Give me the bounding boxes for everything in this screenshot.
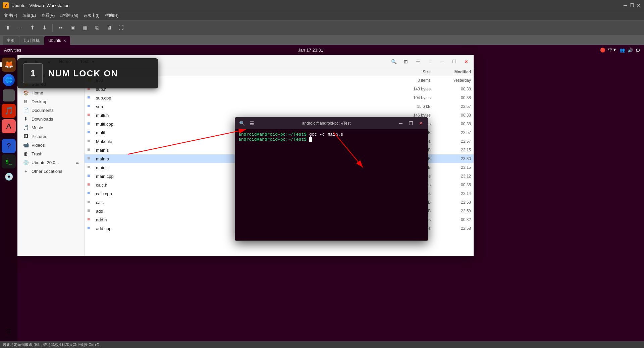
indicator-users[interactable]: 👥 — [620, 48, 625, 53]
pictures-icon: 🖼 — [23, 134, 29, 139]
fm-grid-view-button[interactable]: ⊞ — [401, 57, 411, 66]
indicator-power[interactable]: ⏻ — [636, 48, 640, 53]
indicator-input[interactable]: 中▼ — [608, 47, 617, 53]
menu-file[interactable]: 文件(F) — [1, 12, 20, 19]
file-modified: 22:14 — [431, 191, 471, 196]
vm-statusbar: 若要将定向到该虚拟机，请将鼠标指针移入其中或按 Ctrl+G。 — [0, 341, 644, 348]
dock-firefox-icon: 🌐 — [3, 74, 15, 86]
dock-item-music[interactable]: 🎵 — [2, 104, 16, 118]
fm-min-button[interactable]: ─ — [437, 57, 447, 66]
sidebar-item-downloads[interactable]: ⬇ Downloads — [19, 115, 83, 123]
toolbar-view-4[interactable]: ⧉ — [92, 22, 102, 33]
dock-item-software[interactable]: A — [2, 119, 16, 133]
file-modified: 23:30 — [431, 156, 471, 161]
sidebar-label-ubuntu: Ubuntu 20.0... — [32, 160, 73, 165]
fm-list-view-button[interactable]: ☰ — [413, 57, 423, 66]
fm-max-button[interactable]: ❐ — [449, 57, 459, 66]
dock-placeholder-icon — [3, 89, 15, 101]
gnome-topbar-left: Activities — [4, 48, 21, 53]
file-modified: 22:58 — [431, 209, 471, 213]
fm-search-button[interactable]: 🔍 — [389, 57, 398, 66]
menu-bar: 文件(F) 编辑(E) 查看(V) 虚拟机(M) 选项卡(I) 帮助(H) — [0, 11, 644, 20]
file-name: sub — [96, 104, 397, 109]
term-body[interactable]: android@android-pc:~/Test$ gcc -c main.s… — [235, 129, 428, 240]
file-icon: ■ — [87, 216, 94, 223]
sidebar-item-pictures[interactable]: 🖼 Pictures — [19, 132, 83, 141]
dock-item-firefox[interactable]: 🌐 — [2, 73, 16, 87]
file-icon: ■ — [87, 121, 94, 127]
tab-ubuntu[interactable]: Ubuntu ✕ — [44, 36, 70, 45]
term-line-2: android@android-pc:~/Test$ — [238, 137, 424, 142]
sidebar-item-music[interactable]: 🎵 Music — [19, 123, 83, 132]
window-controls: ─ ❐ ✕ — [623, 3, 641, 8]
dock-item-grid[interactable]: ⠿ — [2, 325, 16, 339]
sidebar-item-other[interactable]: + Other Locations — [19, 167, 83, 176]
term-maximize-button[interactable]: ❐ — [407, 119, 415, 127]
toolbar-btn-4[interactable]: ⬇ — [39, 22, 50, 33]
sidebar-item-videos[interactable]: 📹 Videos — [19, 141, 83, 149]
dock-item-terminal[interactable]: $_ — [2, 154, 16, 168]
toolbar-view-3[interactable]: ▦ — [79, 22, 90, 33]
close-button[interactable]: ✕ — [636, 3, 641, 8]
sidebar-label-music: Music — [32, 125, 79, 130]
terminal-window: 🔍 ☰ android@android-pc:~/Test ─ ❐ ✕ andr… — [235, 117, 428, 241]
dock-item-files[interactable]: 🦊 — [2, 58, 16, 72]
toolbar-btn-2[interactable]: ↔ — [15, 22, 25, 33]
term-minimize-button[interactable]: ─ — [397, 119, 405, 127]
numlock-label: NUM LOCK ON — [48, 68, 118, 79]
documents-icon: 📄 — [23, 108, 29, 113]
sidebar-item-desktop[interactable]: 🖥 Desktop — [19, 97, 83, 106]
toolbar-view-2[interactable]: ▣ — [67, 22, 78, 33]
toolbar-fullscreen[interactable]: ⛶ — [116, 22, 126, 33]
term-title-label: android@android-pc:~/Test — [258, 121, 395, 126]
sidebar-item-home[interactable]: 🏠 Home — [19, 88, 83, 97]
sidebar-label-documents: Documents — [32, 108, 79, 113]
menu-view[interactable]: 查看(V) — [39, 12, 57, 19]
music-icon: 🎵 — [23, 125, 29, 130]
menu-tab[interactable]: 选项卡(I) — [81, 12, 102, 19]
term-cmd-1: gcc -c main.s — [309, 132, 343, 137]
toolbar-btn-3[interactable]: ⬆ — [27, 22, 38, 33]
file-icon: ■ — [87, 112, 94, 119]
dock-item-dvd[interactable]: 💿 — [2, 170, 16, 184]
videos-icon: 📹 — [23, 142, 29, 148]
sidebar-item-ubuntu[interactable]: 💿 Ubuntu 20.0... ⏏ — [19, 158, 83, 167]
file-icon: ■ — [87, 182, 94, 188]
menu-vm[interactable]: 虚拟机(M) — [57, 12, 81, 19]
menu-edit[interactable]: 编辑(E) — [20, 12, 39, 19]
term-line-1: android@android-pc:~/Test$ gcc -c main.s — [238, 132, 424, 137]
sidebar-label-other: Other Locations — [32, 169, 79, 174]
activities-label[interactable]: Activities — [4, 48, 21, 53]
table-row[interactable]: ■ sub 15.6 kB 22:57 — [85, 102, 474, 111]
dock-software-icon: A — [6, 122, 11, 131]
fm-close-button[interactable]: ✕ — [462, 57, 471, 66]
fm-more-button[interactable]: ⋮ — [425, 57, 435, 66]
dock-files-icon: 🦊 — [4, 60, 13, 69]
ubuntu-eject-icon[interactable]: ⏏ — [75, 160, 79, 165]
power-btn[interactable]: ⏸ — [3, 22, 13, 33]
file-modified: 23:15 — [431, 148, 471, 152]
indicator-network[interactable]: 🔴 — [600, 48, 605, 53]
term-menu-button[interactable]: ☰ — [248, 119, 256, 127]
term-search-button[interactable]: 🔍 — [238, 119, 246, 127]
dock-item-help[interactable]: ? — [2, 139, 16, 153]
sidebar-item-documents[interactable]: 📄 Documents — [19, 106, 83, 115]
trash-icon: 🗑 — [23, 151, 29, 156]
tab-close-icon[interactable]: ✕ — [63, 39, 66, 43]
tab-home[interactable]: 主页 — [3, 36, 19, 45]
toolbar-view-1[interactable]: ▪▪ — [55, 22, 66, 33]
minimize-button[interactable]: ─ — [623, 3, 628, 8]
gnome-clock: Jan 17 23:31 — [298, 48, 323, 53]
table-row[interactable]: ■ sub.cpp 104 bytes 00:38 — [85, 93, 474, 102]
sidebar-label-home: Home — [32, 90, 79, 95]
restore-button[interactable]: ❐ — [629, 3, 635, 8]
dock-item-placeholder[interactable] — [2, 88, 16, 102]
tab-computer[interactable]: 此计算机 — [19, 36, 44, 45]
sidebar-item-trash[interactable]: 🗑 Trash — [19, 149, 83, 158]
file-icon: ■ — [87, 199, 94, 206]
term-close-button[interactable]: ✕ — [417, 119, 425, 127]
dock-terminal-icon: $_ — [5, 158, 12, 165]
toolbar-monitor[interactable]: 🖥 — [104, 22, 114, 33]
menu-help[interactable]: 帮助(H) — [102, 12, 121, 19]
indicator-volume[interactable]: 🔊 — [628, 48, 633, 53]
